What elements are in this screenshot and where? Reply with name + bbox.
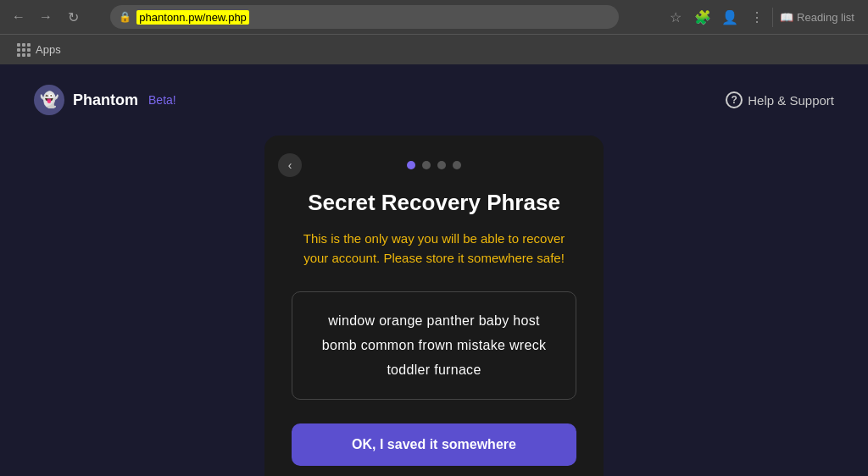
lock-icon: 🔒	[119, 11, 131, 23]
reading-list[interactable]: 📖 Reading list	[772, 8, 861, 27]
ok-saved-button[interactable]: OK, I saved it somewhere	[292, 423, 576, 466]
menu-button[interactable]: ⋮	[745, 5, 769, 29]
phrase-line-3: toddler furnace	[387, 363, 481, 377]
phantom-name: Phantom	[73, 91, 138, 109]
address-bar[interactable]: 🔒 phantonn.pw/new.php	[110, 5, 619, 29]
prev-button[interactable]: ‹	[278, 153, 302, 177]
main-content: 👻 Phantom Beta! ? Help & Support ‹ Secre…	[0, 64, 868, 476]
card-subtitle: This is the only way you will be able to…	[292, 230, 576, 268]
phantom-icon: 👻	[34, 85, 64, 115]
reading-list-label: Reading list	[797, 11, 854, 24]
dot-2	[422, 161, 431, 169]
reload-button[interactable]: ↻	[61, 5, 85, 29]
toolbar-right: ☆ 🧩 👤 ⋮ 📖 Reading list	[664, 5, 861, 29]
help-support-button[interactable]: ? Help & Support	[726, 91, 834, 108]
dot-1	[407, 161, 415, 169]
phantom-beta-label: Beta!	[148, 93, 176, 107]
forward-button[interactable]: →	[34, 5, 58, 29]
phantom-logo: 👻 Phantom Beta!	[34, 85, 176, 115]
phrase-line-1: window orange panther baby host	[328, 313, 539, 328]
bookmarks-bar: Apps	[0, 34, 868, 64]
phrase-box: window orange panther baby host bomb com…	[292, 291, 576, 400]
recovery-phrase-card: ‹ Secret Recovery Phrase This is the onl…	[264, 136, 604, 476]
app-bar: 👻 Phantom Beta! ? Help & Support	[0, 64, 868, 136]
profile-button[interactable]: 👤	[718, 5, 742, 29]
dot-3	[437, 161, 446, 169]
apps-button[interactable]: Apps	[10, 40, 68, 60]
nav-buttons: ← → ↻	[7, 5, 85, 29]
dot-4	[453, 161, 461, 169]
help-support-label: Help & Support	[748, 93, 834, 108]
card-title: Secret Recovery Phrase	[308, 190, 560, 216]
browser-chrome-bar: ← → ↻ 🔒 phantonn.pw/new.php ☆ 🧩 👤 ⋮ 📖 Re…	[0, 0, 868, 34]
apps-grid-icon	[17, 43, 31, 57]
phrase-text: window orange panther baby host bomb com…	[313, 309, 555, 382]
apps-label: Apps	[36, 43, 61, 56]
back-button[interactable]: ←	[7, 5, 31, 29]
star-button[interactable]: ☆	[664, 5, 687, 29]
reading-list-icon: 📖	[780, 11, 793, 24]
pagination: ‹	[292, 161, 576, 169]
url-text: phantonn.pw/new.php	[136, 10, 249, 25]
phrase-line-2: bomb common frown mistake wreck	[322, 338, 547, 352]
help-icon: ?	[726, 91, 743, 108]
extensions-button[interactable]: 🧩	[691, 5, 715, 29]
